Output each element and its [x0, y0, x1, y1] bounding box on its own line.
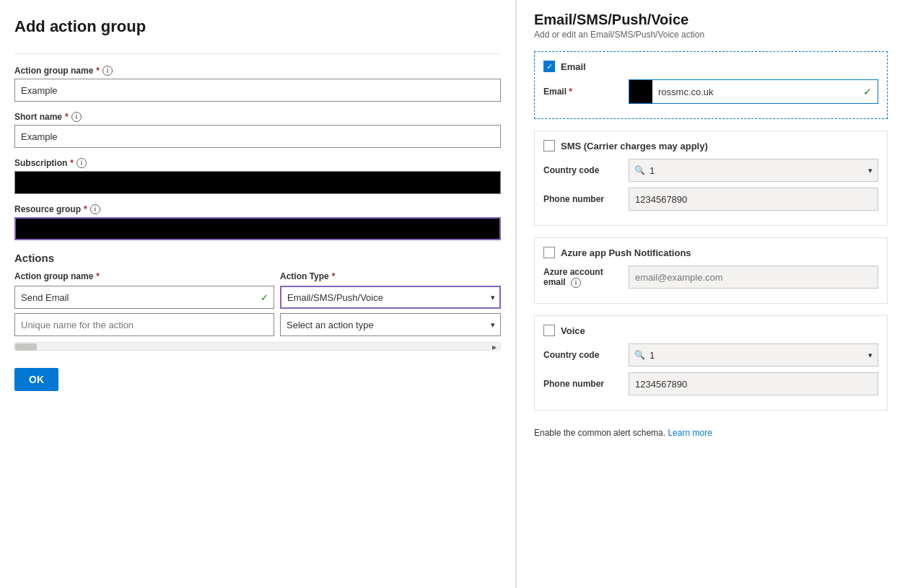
required-indicator: *: [96, 66, 100, 76]
voice-option-row: Voice: [543, 325, 878, 336]
footer-label: Enable the common alert schema.: [534, 428, 665, 438]
resource-group-input[interactable]: [14, 217, 501, 240]
sms-phone-label: Phone number: [543, 194, 623, 204]
action-type-select-1[interactable]: Email/SMS/Push/Voice: [280, 286, 501, 309]
action-name-select-wrapper-1: ✓: [14, 286, 274, 309]
azure-account-label: Azure account email i: [543, 267, 623, 288]
sms-section: SMS (Carrier charges may apply) Country …: [534, 131, 888, 226]
email-checkbox[interactable]: ✓: [543, 61, 555, 72]
required-indicator: *: [65, 112, 69, 122]
action-type-select-wrapper-2: Select an action type Email/SMS/Push/Voi…: [280, 313, 501, 336]
azure-account-row: Azure account email i: [543, 266, 878, 289]
subscription-info-icon[interactable]: i: [76, 158, 87, 168]
sms-country-code-select[interactable]: 1: [629, 159, 878, 182]
action-row-1: ✓ Email/SMS/Push/Voice ▾: [14, 286, 501, 309]
subscription-field: Subscription * i: [14, 158, 501, 194]
action-type-select-2[interactable]: Select an action type Email/SMS/Push/Voi…: [280, 313, 501, 336]
action-group-name-label: Action group name * i: [14, 66, 501, 76]
horizontal-scrollbar[interactable]: ◀ ▶: [14, 342, 501, 351]
search-icon: 🔍: [634, 165, 645, 175]
voice-country-code-wrapper: 🔍 1 ▾: [629, 343, 878, 367]
sms-phone-row: Phone number: [543, 188, 878, 211]
short-name-info-icon[interactable]: i: [71, 112, 82, 122]
subscription-input[interactable]: [14, 171, 501, 194]
short-name-input[interactable]: [14, 125, 501, 148]
voice-label: Voice: [561, 325, 585, 336]
voice-phone-label: Phone number: [543, 379, 623, 389]
required-indicator: *: [569, 87, 572, 97]
email-field-row: Email * ✓: [543, 79, 878, 104]
short-name-label: Short name * i: [14, 112, 501, 122]
email-color-swatch: [629, 80, 652, 103]
email-input-wrapper: ✓: [629, 79, 878, 104]
search-icon: 🔍: [634, 350, 645, 360]
sms-label: SMS (Carrier charges may apply): [561, 141, 708, 152]
resource-group-field: Resource group * i: [14, 204, 501, 240]
scroll-right-arrow[interactable]: ▶: [489, 343, 500, 351]
resource-group-label: Resource group * i: [14, 204, 501, 214]
action-name-input-1[interactable]: [14, 286, 274, 309]
action-group-name-input[interactable]: [14, 79, 501, 102]
action-group-name-field: Action group name * i: [14, 66, 501, 102]
col-action-type-header: Action Type *: [280, 271, 501, 281]
action-name-input-2[interactable]: [14, 313, 274, 336]
sms-checkbox[interactable]: [543, 140, 555, 152]
voice-country-code-select[interactable]: 1: [629, 343, 878, 367]
voice-country-code-row: Country code 🔍 1 ▾: [543, 343, 878, 367]
voice-phone-row: Phone number: [543, 372, 878, 395]
right-header: Email/SMS/Push/Voice Add or edit an Emai…: [534, 12, 888, 40]
email-text-input[interactable]: [652, 80, 863, 103]
voice-phone-input[interactable]: [629, 372, 878, 395]
sms-country-code-row: Country code 🔍 1 ▾: [543, 159, 878, 182]
sms-country-code-label: Country code: [543, 165, 623, 175]
email-valid-check-icon: ✓: [863, 86, 878, 97]
scroll-thumb[interactable]: [15, 343, 37, 351]
subscription-label: Subscription * i: [14, 158, 501, 168]
email-label: Email: [561, 61, 586, 72]
right-subtitle: Add or edit an Email/SMS/Push/Voice acti…: [534, 30, 888, 40]
azure-push-checkbox[interactable]: [543, 247, 555, 258]
right-panel: Email/SMS/Push/Voice Add or edit an Emai…: [516, 0, 905, 588]
left-panel: Add action group Action group name * i S…: [0, 0, 516, 588]
required-indicator: *: [96, 271, 100, 281]
azure-push-section: Azure app Push Notifications Azure accou…: [534, 237, 888, 304]
email-field-label: Email *: [543, 87, 623, 97]
required-indicator: *: [70, 158, 74, 168]
email-section: ✓ Email Email * ✓: [534, 51, 888, 119]
ok-button[interactable]: OK: [14, 368, 58, 391]
required-indicator: *: [332, 271, 336, 281]
required-indicator: *: [84, 204, 87, 214]
azure-account-info-icon[interactable]: i: [571, 278, 581, 288]
right-title: Email/SMS/Push/Voice: [534, 12, 888, 28]
action-row-2: Select an action type Email/SMS/Push/Voi…: [14, 313, 501, 336]
resource-group-info-icon[interactable]: i: [90, 204, 100, 214]
actions-section-title: Actions: [14, 252, 501, 264]
voice-country-code-label: Country code: [543, 350, 623, 360]
actions-table-header: Action group name * Action Type *: [14, 271, 501, 281]
short-name-field: Short name * i: [14, 112, 501, 148]
page-title: Add action group: [14, 17, 501, 36]
sms-country-code-wrapper: 🔍 1 ▾: [629, 159, 878, 182]
azure-account-email-input[interactable]: [629, 266, 878, 289]
sms-phone-input[interactable]: [629, 188, 878, 211]
voice-section: Voice Country code 🔍 1 ▾ Phone number: [534, 315, 888, 411]
col-action-name-header: Action group name *: [14, 271, 274, 281]
action-type-select-wrapper-1: Email/SMS/Push/Voice ▾: [280, 286, 501, 309]
azure-option-row: Azure app Push Notifications: [543, 247, 878, 258]
azure-push-label: Azure app Push Notifications: [561, 247, 691, 258]
voice-checkbox[interactable]: [543, 325, 555, 336]
action-group-name-info-icon[interactable]: i: [102, 66, 113, 76]
footer-text: Enable the common alert schema. Learn mo…: [534, 428, 888, 438]
learn-more-link[interactable]: Learn more: [668, 428, 712, 438]
sms-option-row: SMS (Carrier charges may apply): [543, 140, 878, 152]
email-option-row: ✓ Email: [543, 61, 878, 72]
